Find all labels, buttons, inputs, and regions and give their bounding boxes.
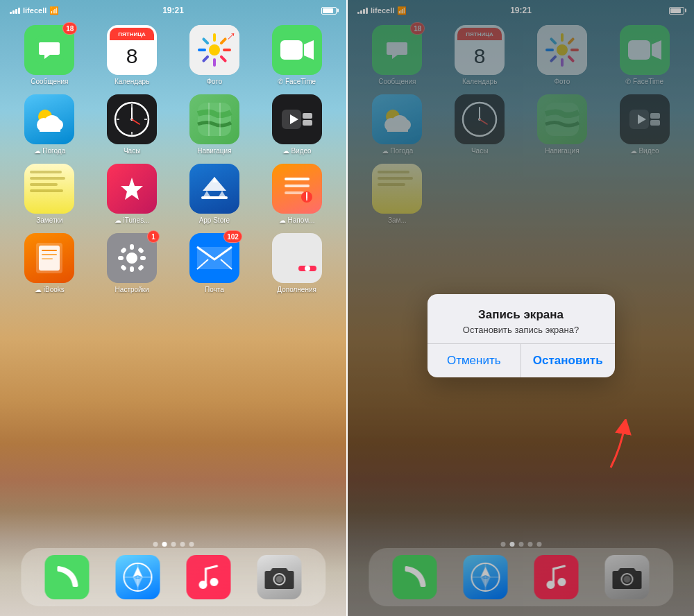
- app-notes[interactable]: Заметки: [11, 164, 88, 225]
- dock-camera-wrap[interactable]: [257, 555, 301, 599]
- app-photos-icon[interactable]: ↑: [189, 25, 239, 75]
- dock-phone-icon[interactable]: [45, 555, 90, 599]
- app-appstore[interactable]: App Store: [176, 164, 253, 225]
- app-clock-label: Часы: [124, 147, 140, 155]
- app-messages[interactable]: 18 Сообщения: [11, 25, 88, 86]
- dock-music[interactable]: [186, 555, 230, 599]
- svg-marker-12: [304, 40, 314, 60]
- svg-rect-30: [303, 113, 312, 119]
- app-itunes-icon[interactable]: [107, 164, 157, 214]
- app-itunes[interactable]: ☁ iTunes...: [94, 164, 171, 225]
- messages-badge: 18: [62, 22, 77, 35]
- left-app-grid: 18 Сообщения Пятница 8 Календарь: [0, 19, 346, 300]
- app-ibooks-icon[interactable]: [24, 233, 74, 283]
- svg-rect-27: [198, 103, 231, 136]
- left-status-left: lifecell 📶: [10, 6, 59, 15]
- app-maps-wrap[interactable]: [189, 94, 239, 144]
- app-notes-wrap[interactable]: [24, 164, 74, 214]
- mail-badge: 102: [223, 230, 242, 243]
- cal-day: 8: [126, 46, 138, 67]
- svg-point-63: [210, 578, 218, 586]
- app-clock-wrap[interactable]: [107, 94, 157, 144]
- svg-point-65: [276, 576, 282, 583]
- svg-rect-44: [42, 258, 53, 259]
- app-facetime-wrap[interactable]: [272, 25, 322, 75]
- dock-safari-wrap[interactable]: [116, 555, 160, 599]
- app-reminders[interactable]: ☁ Напом...: [258, 164, 335, 225]
- app-notes-icon[interactable]: [24, 164, 74, 214]
- app-clock-icon[interactable]: [107, 94, 157, 144]
- app-settings-label: Настройки: [115, 286, 149, 294]
- svg-point-2: [209, 44, 220, 55]
- svg-rect-46: [130, 244, 134, 250]
- app-photos-wrap[interactable]: ↑: [189, 25, 239, 75]
- dock-camera[interactable]: [257, 555, 301, 599]
- svg-rect-36: [285, 191, 304, 194]
- svg-rect-34: [285, 178, 310, 180]
- app-mail[interactable]: 102 Почта: [176, 233, 253, 294]
- svg-rect-53: [137, 264, 144, 271]
- app-facetime-icon[interactable]: [272, 25, 322, 75]
- app-extras-wrap[interactable]: [272, 233, 322, 283]
- svg-rect-49: [140, 256, 146, 260]
- app-calendar-wrap[interactable]: Пятница 8: [107, 25, 157, 75]
- svg-point-39: [306, 199, 307, 200]
- app-ibooks-wrap[interactable]: [24, 233, 74, 283]
- app-settings-wrap[interactable]: 1: [107, 233, 157, 283]
- right-screen: lifecell 📶 19:21 18 Сообщения: [348, 0, 694, 616]
- dock-music-icon[interactable]: [186, 555, 230, 599]
- dock-camera-icon[interactable]: [257, 555, 301, 599]
- app-photos-label: Фото: [206, 78, 222, 86]
- app-facetime-label: ✆ FaceTime: [278, 78, 316, 86]
- app-extras[interactable]: Дополнения: [258, 233, 335, 294]
- svg-rect-48: [118, 256, 124, 260]
- svg-rect-43: [42, 254, 57, 255]
- svg-rect-31: [303, 120, 312, 126]
- svg-rect-35: [285, 185, 310, 187]
- svg-rect-50: [120, 247, 127, 254]
- app-appstore-icon[interactable]: [189, 164, 239, 214]
- app-maps-icon[interactable]: [189, 94, 239, 144]
- app-facetime[interactable]: ✆ FaceTime: [258, 25, 335, 86]
- app-ibooks-label: ☁ iBooks: [35, 286, 65, 294]
- wifi-icon: 📶: [49, 6, 59, 15]
- alert-overlay: Запись экрана Остановить запись экрана? …: [348, 0, 694, 616]
- app-maps[interactable]: Навигация: [176, 94, 253, 155]
- app-calendar[interactable]: Пятница 8 Календарь: [94, 25, 171, 86]
- app-extras-icon[interactable]: [272, 233, 322, 283]
- app-itunes-label: ☁ iTunes...: [115, 216, 150, 225]
- dock-safari[interactable]: [116, 555, 160, 599]
- app-itunes-wrap[interactable]: [107, 164, 157, 214]
- app-photos[interactable]: ↑ Фото: [176, 25, 253, 86]
- app-reminders-wrap[interactable]: [272, 164, 322, 214]
- app-calendar-icon[interactable]: Пятница 8: [107, 25, 157, 75]
- app-videos-wrap[interactable]: [272, 94, 322, 144]
- app-weather-wrap[interactable]: [24, 94, 74, 144]
- app-videos-icon[interactable]: [272, 94, 322, 144]
- app-mail-wrap[interactable]: 102: [189, 233, 239, 283]
- app-messages-wrap[interactable]: 18: [24, 25, 74, 75]
- svg-point-45: [126, 253, 137, 264]
- app-settings[interactable]: 1 Настройки: [94, 233, 171, 294]
- app-weather[interactable]: ☁ Погода: [11, 94, 88, 155]
- app-reminders-icon[interactable]: [272, 164, 322, 214]
- dock-phone-wrap[interactable]: [45, 555, 90, 599]
- dot-5: [189, 542, 194, 547]
- dot-4: [180, 542, 185, 547]
- alert-stop-button[interactable]: Остановить: [521, 344, 615, 377]
- app-weather-icon[interactable]: [24, 94, 74, 144]
- alert-cancel-button[interactable]: Отменить: [428, 344, 522, 377]
- svg-marker-32: [121, 178, 143, 200]
- dock-music-wrap[interactable]: [186, 555, 230, 599]
- dock-phone[interactable]: [45, 555, 90, 599]
- app-clock[interactable]: Часы: [94, 94, 171, 155]
- app-videos[interactable]: ☁ Видео: [258, 94, 335, 155]
- left-page-dots: [153, 542, 194, 547]
- svg-rect-47: [130, 266, 134, 272]
- settings-badge: 1: [147, 230, 160, 243]
- app-messages-label: Сообщения: [31, 78, 68, 86]
- app-appstore-wrap[interactable]: [189, 164, 239, 214]
- svg-point-62: [198, 581, 207, 589]
- dock-safari-icon[interactable]: [116, 555, 160, 599]
- app-ibooks[interactable]: ☁ iBooks: [11, 233, 88, 294]
